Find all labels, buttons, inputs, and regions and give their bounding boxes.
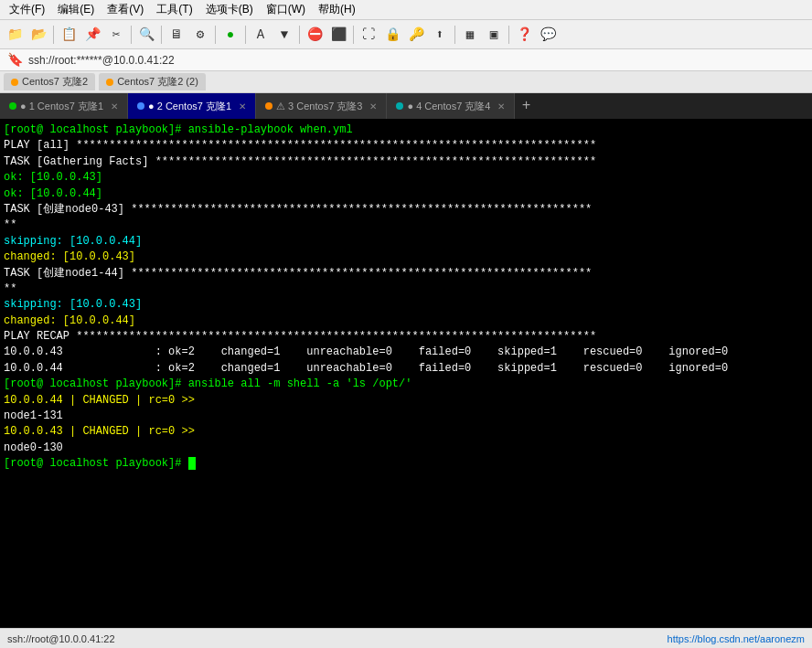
toolbar-sep7 — [353, 26, 354, 44]
toolbar-connect[interactable]: 🖥 — [166, 24, 187, 46]
terminal-line-2: PLAY [all] *****************************… — [4, 138, 808, 154]
toolbar-sep5 — [245, 26, 246, 44]
term-tab-2[interactable]: ● 2 Centos7 克隆1 ✕ — [128, 93, 256, 119]
toolbar-layout[interactable]: ▦ — [459, 24, 481, 46]
terminal-line-5: ok: [10.0.0.43] — [4, 170, 808, 186]
toolbar-copy[interactable]: 📋 — [58, 24, 80, 46]
bookmark-icon: 🔖 — [7, 52, 23, 68]
terminal-line-26: 10.0.0.43 | CHANGED | rc=0 >> — [4, 424, 808, 440]
addressbar: 🔖 ssh://root:******@10.0.0.41:22 — [0, 49, 812, 71]
menu-view[interactable]: 查看(V) — [102, 0, 149, 19]
term-tab-close-3[interactable]: ✕ — [369, 101, 377, 112]
session-tab-1[interactable]: Centos7 克隆2 — [4, 73, 95, 90]
menu-window[interactable]: 窗口(W) — [261, 0, 311, 19]
term-tab-label-1: ● 1 Centos7 克隆1 — [20, 100, 103, 113]
term-tab-label-4: ● 4 Centos7 克隆4 — [407, 100, 490, 113]
term-tab-4[interactable]: ● 4 Centos7 克隆4 ✕ — [387, 93, 515, 119]
toolbar-new[interactable]: 📁 — [4, 24, 26, 46]
terminal-line-19: 10.0.0.43 : ok=2 changed=1 unreachable=0… — [4, 345, 808, 360]
toolbar-sep6 — [299, 26, 300, 44]
toolbar: 📁 📂 📋 📌 ✂ 🔍 🖥 ⚙ ● A ▼ ⛔ ⬛ ⛶ 🔒 🔑 ⬆ ▦ ▣ ❓ … — [0, 20, 812, 49]
toolbar-split[interactable]: ▣ — [483, 24, 505, 46]
terminal-line-4: TASK [Gathering Facts] *****************… — [4, 154, 808, 170]
term-dot-3 — [265, 102, 272, 110]
toolbar-expand[interactable]: ⛶ — [358, 24, 379, 46]
terminal-line-9: ** — [4, 218, 808, 233]
terminal-line-11: changed: [10.0.0.43] — [4, 250, 808, 265]
terminal-line-15: skipping: [10.0.0.43] — [4, 297, 808, 313]
toolbar-font[interactable]: A — [250, 24, 272, 46]
menu-tabs[interactable]: 选项卡(B) — [200, 0, 259, 19]
terminal-content: [root@ localhost playbook]# ansible-play… — [0, 119, 812, 476]
term-tab-close-2[interactable]: ✕ — [239, 101, 246, 112]
toolbar-sep2 — [131, 26, 132, 44]
toolbar-font2[interactable]: ▼ — [273, 24, 295, 46]
terminal-line-8: TASK [创建node0-43] **********************… — [4, 202, 808, 218]
toolbar-comment[interactable]: 💬 — [537, 24, 559, 46]
term-dot-2 — [137, 102, 144, 110]
menu-help[interactable]: 帮助(H) — [313, 0, 361, 19]
terminal-line-20: 10.0.0.44 : ok=2 changed=1 unreachable=0… — [4, 361, 808, 377]
toolbar-record[interactable]: ⬛ — [327, 24, 349, 46]
session-label-1: Centos7 克隆2 — [22, 75, 88, 89]
term-tab-label-3: ⚠ 3 Centos7 克隆3 — [276, 100, 362, 113]
toolbar-sep1 — [53, 26, 54, 44]
toolbar-sep3 — [161, 26, 162, 44]
terminal-line-23: 10.0.0.44 | CHANGED | rc=0 >> — [4, 393, 808, 409]
toolbar-key[interactable]: 🔑 — [405, 24, 427, 46]
terminal-cursor — [188, 457, 196, 470]
toolbar-upload[interactable]: ⬆ — [429, 24, 451, 46]
terminal-line-24: node1-131 — [4, 409, 808, 424]
session-dot-2 — [106, 79, 113, 86]
session-tab-2[interactable]: Centos7 克隆2 (2) — [99, 73, 206, 90]
terminal-line-0: [root@ localhost playbook]# ansible-play… — [4, 122, 808, 138]
menu-edit[interactable]: 编辑(E) — [52, 0, 100, 19]
status-url: https://blog.csdn.net/aaronezm — [668, 633, 805, 644]
toolbar-settings[interactable]: ⚙ — [189, 24, 211, 46]
toolbar-cut[interactable]: ✂ — [105, 24, 127, 46]
toolbar-lock[interactable]: 🔒 — [381, 24, 403, 46]
toolbar-search[interactable]: 🔍 — [135, 24, 157, 46]
terminal-line-16: changed: [10.0.0.44] — [4, 313, 808, 329]
term-tab-1[interactable]: ● 1 Centos7 克隆1 ✕ — [0, 93, 128, 119]
toolbar-stop[interactable]: ⛔ — [304, 24, 326, 46]
terminal-line-27: node0-130 — [4, 441, 808, 456]
terminal-line-6: ok: [10.0.0.44] — [4, 186, 808, 202]
menubar: 文件(F) 编辑(E) 查看(V) 工具(T) 选项卡(B) 窗口(W) 帮助(… — [0, 0, 812, 20]
toolbar-open[interactable]: 📂 — [27, 24, 49, 46]
terminal-line-14: ** — [4, 282, 808, 297]
terminal-line-18: PLAY RECAP *****************************… — [4, 329, 808, 345]
toolbar-color[interactable]: ● — [219, 24, 241, 46]
session-label-2: Centos7 克隆2 (2) — [117, 75, 198, 89]
term-dot-4 — [396, 102, 403, 110]
session-tabs: Centos7 克隆2 Centos7 克隆2 (2) — [0, 71, 812, 93]
toolbar-help[interactable]: ❓ — [513, 24, 535, 46]
terminal-area[interactable]: [root@ localhost playbook]# ansible-play… — [0, 119, 812, 628]
toolbar-paste[interactable]: 📌 — [81, 24, 103, 46]
terminal-line-10: skipping: [10.0.0.44] — [4, 234, 808, 250]
status-connection: ssh://root@10.0.0.41:22 — [7, 633, 115, 644]
term-tab-label-2: ● 2 Centos7 克隆1 — [148, 100, 231, 113]
toolbar-sep8 — [454, 26, 455, 44]
toolbar-sep9 — [508, 26, 509, 44]
term-tab-close-1[interactable]: ✕ — [111, 101, 118, 112]
term-dot-1 — [9, 102, 16, 110]
toolbar-sep4 — [215, 26, 216, 44]
terminal-line-22: [root@ localhost playbook]# ansible all … — [4, 377, 808, 392]
term-tab-close-4[interactable]: ✕ — [497, 101, 505, 112]
session-dot-1 — [11, 79, 18, 86]
terminal-line-29: [root@ localhost playbook]# — [4, 456, 808, 472]
terminal-line-13: TASK [创建node1-44] **********************… — [4, 266, 808, 282]
term-tabs: ● 1 Centos7 克隆1 ✕ ● 2 Centos7 克隆1 ✕ ⚠ 3 … — [0, 93, 812, 119]
address-text: ssh://root:******@10.0.0.41:22 — [28, 54, 175, 67]
term-tab-3[interactable]: ⚠ 3 Centos7 克隆3 ✕ — [256, 93, 387, 119]
menu-tools[interactable]: 工具(T) — [151, 0, 198, 19]
statusbar: ssh://root@10.0.0.41:22 https://blog.csd… — [0, 628, 812, 648]
menu-file[interactable]: 文件(F) — [4, 0, 50, 19]
add-tab-button[interactable]: + — [515, 93, 537, 119]
